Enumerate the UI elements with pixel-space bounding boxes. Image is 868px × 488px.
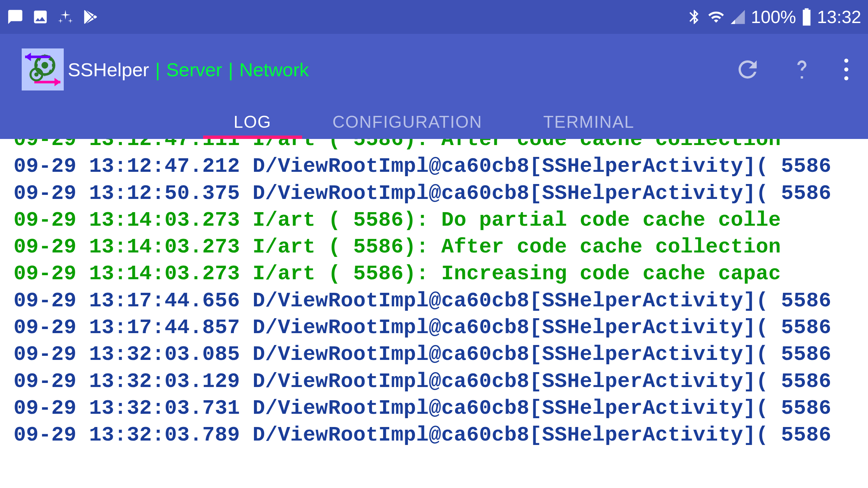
log-line: 09-29 13:12:47.111 I/art ( 5586): After … xyxy=(14,139,854,153)
log-line: 09-29 13:17:44.656 D/ViewRootImpl@ca60cb… xyxy=(14,287,854,314)
svg-point-2 xyxy=(41,62,48,69)
wifi-icon xyxy=(708,8,725,25)
clock: 13:32 xyxy=(817,7,861,27)
sparkle-icon xyxy=(57,8,74,25)
tab-terminal[interactable]: TERMINAL xyxy=(513,105,665,139)
server-status: Server xyxy=(166,59,222,81)
refresh-button[interactable] xyxy=(732,54,763,85)
network-status: Network xyxy=(239,59,309,81)
status-left-icons xyxy=(7,8,99,25)
svg-point-4 xyxy=(34,73,38,77)
log-line: 09-29 13:17:44.857 D/ViewRootImpl@ca60cb… xyxy=(14,314,854,341)
log-content[interactable]: 09-29 13:12:47.111 I/art ( 5586): After … xyxy=(0,139,868,452)
separator: | xyxy=(226,59,235,81)
bluetooth-icon xyxy=(686,8,703,25)
battery-icon xyxy=(801,8,812,26)
help-button[interactable] xyxy=(787,54,817,85)
log-line: 09-29 13:32:03.789 D/ViewRootImpl@ca60cb… xyxy=(14,422,854,448)
app-title: SSHelper xyxy=(68,59,149,81)
separator: | xyxy=(153,59,162,81)
sms-icon xyxy=(7,8,24,25)
android-status-bar: 100% 13:32 xyxy=(0,0,868,34)
signal-icon xyxy=(729,8,746,25)
app-title-group: SSHelper | Server | Network xyxy=(22,48,309,90)
app-icon xyxy=(22,48,64,90)
log-line: 09-29 13:12:47.212 D/ViewRootImpl@ca60cb… xyxy=(14,153,854,180)
log-line: 09-29 13:12:50.375 D/ViewRootImpl@ca60cb… xyxy=(14,180,854,207)
toolbar-actions xyxy=(732,54,859,85)
tab-configuration[interactable]: CONFIGURATION xyxy=(302,105,513,139)
play-store-icon xyxy=(82,8,99,25)
tab-log[interactable]: LOG xyxy=(203,105,302,139)
log-line: 09-29 13:14:03.273 I/art ( 5586): Increa… xyxy=(14,260,854,287)
battery-percent: 100% xyxy=(751,7,796,27)
app-toolbar: SSHelper | Server | Network xyxy=(0,34,868,105)
picture-icon xyxy=(32,8,49,25)
tab-bar: LOG CONFIGURATION TERMINAL xyxy=(0,105,868,139)
log-line: 09-29 13:14:03.273 I/art ( 5586): After … xyxy=(14,233,854,260)
status-right-group: 100% 13:32 xyxy=(686,7,861,27)
overflow-menu-button[interactable] xyxy=(841,55,852,84)
log-line: 09-29 13:32:03.085 D/ViewRootImpl@ca60cb… xyxy=(14,341,854,368)
log-line: 09-29 13:32:03.731 D/ViewRootImpl@ca60cb… xyxy=(14,395,854,422)
log-line: 09-29 13:14:03.273 I/art ( 5586): Do par… xyxy=(14,207,854,233)
log-line: 09-29 13:32:03.129 D/ViewRootImpl@ca60cb… xyxy=(14,368,854,395)
